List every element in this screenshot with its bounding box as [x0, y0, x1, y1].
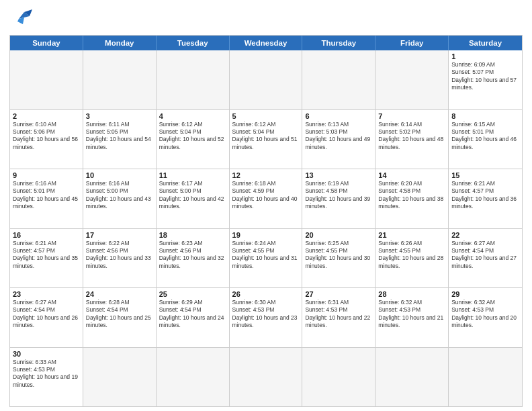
calendar: SundayMondayTuesdayWednesdayThursdayFrid… — [9, 35, 523, 407]
cell-info: Sunrise: 6:14 AM Sunset: 5:02 PM Dayligh… — [378, 121, 445, 152]
cell-info: Sunrise: 6:15 AM Sunset: 5:01 PM Dayligh… — [451, 121, 519, 152]
day-number: 17 — [86, 231, 153, 239]
calendar-cell-empty-0-3 — [230, 50, 303, 109]
day-number: 5 — [232, 112, 300, 120]
cell-info: Sunrise: 6:29 AM Sunset: 4:54 PM Dayligh… — [159, 299, 226, 330]
calendar-cell-12: 12Sunrise: 6:18 AM Sunset: 4:59 PM Dayli… — [230, 169, 303, 228]
weekday-header-tuesday: Tuesday — [157, 36, 230, 50]
cell-info: Sunrise: 6:25 AM Sunset: 4:55 PM Dayligh… — [305, 240, 372, 271]
calendar-cell-empty-5-1 — [83, 348, 157, 407]
svg-marker-2 — [17, 17, 24, 24]
day-number: 15 — [451, 171, 519, 179]
cell-info: Sunrise: 6:32 AM Sunset: 4:53 PM Dayligh… — [378, 299, 445, 330]
calendar-cell-24: 24Sunrise: 6:28 AM Sunset: 4:54 PM Dayli… — [83, 288, 157, 347]
day-number: 11 — [159, 171, 226, 179]
calendar-row-5: 30Sunrise: 6:33 AM Sunset: 4:53 PM Dayli… — [10, 347, 522, 407]
calendar-cell-30: 30Sunrise: 6:33 AM Sunset: 4:53 PM Dayli… — [10, 348, 83, 407]
calendar-cell-13: 13Sunrise: 6:19 AM Sunset: 4:58 PM Dayli… — [302, 169, 375, 228]
day-number: 10 — [86, 171, 153, 179]
cell-info: Sunrise: 6:11 AM Sunset: 5:05 PM Dayligh… — [86, 121, 153, 152]
day-number: 9 — [13, 171, 80, 179]
cell-info: Sunrise: 6:20 AM Sunset: 4:58 PM Dayligh… — [378, 180, 445, 211]
cell-info: Sunrise: 6:33 AM Sunset: 4:53 PM Dayligh… — [13, 359, 80, 390]
calendar-cell-4: 4Sunrise: 6:12 AM Sunset: 5:04 PM Daylig… — [157, 110, 230, 169]
calendar-cell-empty-0-4 — [302, 50, 375, 109]
day-number: 26 — [232, 290, 300, 298]
day-number: 1 — [451, 52, 519, 60]
cell-info: Sunrise: 6:09 AM Sunset: 5:07 PM Dayligh… — [451, 61, 519, 92]
calendar-cell-empty-5-5 — [375, 348, 449, 407]
day-number: 25 — [159, 290, 226, 298]
calendar-cell-1: 1Sunrise: 6:09 AM Sunset: 5:07 PM Daylig… — [449, 50, 522, 109]
day-number: 2 — [13, 112, 80, 120]
day-number: 13 — [305, 171, 372, 179]
weekday-header-sunday: Sunday — [10, 36, 83, 50]
calendar-cell-21: 21Sunrise: 6:26 AM Sunset: 4:55 PM Dayli… — [375, 229, 449, 288]
calendar-cell-27: 27Sunrise: 6:31 AM Sunset: 4:53 PM Dayli… — [302, 288, 375, 347]
cell-info: Sunrise: 6:18 AM Sunset: 4:59 PM Dayligh… — [232, 180, 300, 211]
day-number: 4 — [159, 112, 226, 120]
logo-icon — [9, 7, 39, 31]
cell-info: Sunrise: 6:27 AM Sunset: 4:54 PM Dayligh… — [451, 240, 519, 271]
calendar-cell-empty-5-2 — [157, 348, 230, 407]
calendar-cell-29: 29Sunrise: 6:32 AM Sunset: 4:53 PM Dayli… — [449, 288, 522, 347]
day-number: 8 — [451, 112, 519, 120]
calendar-cell-empty-0-1 — [83, 50, 157, 109]
calendar-row-4: 23Sunrise: 6:27 AM Sunset: 4:54 PM Dayli… — [10, 287, 522, 347]
day-number: 23 — [13, 290, 80, 298]
day-number: 12 — [232, 171, 300, 179]
day-number: 16 — [13, 231, 80, 239]
weekday-header-wednesday: Wednesday — [230, 36, 303, 50]
weekday-header-friday: Friday — [375, 36, 449, 50]
day-number: 27 — [305, 290, 372, 298]
weekday-header-saturday: Saturday — [449, 36, 522, 50]
cell-info: Sunrise: 6:16 AM Sunset: 5:00 PM Dayligh… — [86, 180, 153, 211]
calendar-cell-16: 16Sunrise: 6:21 AM Sunset: 4:57 PM Dayli… — [10, 229, 83, 288]
calendar-cell-23: 23Sunrise: 6:27 AM Sunset: 4:54 PM Dayli… — [10, 288, 83, 347]
calendar-row-0: 1Sunrise: 6:09 AM Sunset: 5:07 PM Daylig… — [10, 50, 522, 109]
cell-info: Sunrise: 6:22 AM Sunset: 4:56 PM Dayligh… — [86, 240, 153, 271]
weekday-header-monday: Monday — [83, 36, 157, 50]
calendar-cell-empty-0-2 — [157, 50, 230, 109]
calendar-cell-14: 14Sunrise: 6:20 AM Sunset: 4:58 PM Dayli… — [375, 169, 449, 228]
cell-info: Sunrise: 6:26 AM Sunset: 4:55 PM Dayligh… — [378, 240, 445, 271]
day-number: 7 — [378, 112, 445, 120]
day-number: 6 — [305, 112, 372, 120]
cell-info: Sunrise: 6:10 AM Sunset: 5:06 PM Dayligh… — [13, 121, 80, 152]
cell-info: Sunrise: 6:31 AM Sunset: 4:53 PM Dayligh… — [305, 299, 372, 330]
page: SundayMondayTuesdayWednesdayThursdayFrid… — [0, 0, 532, 411]
calendar-cell-6: 6Sunrise: 6:13 AM Sunset: 5:03 PM Daylig… — [302, 110, 375, 169]
calendar-cell-9: 9Sunrise: 6:16 AM Sunset: 5:01 PM Daylig… — [10, 169, 83, 228]
calendar-cell-3: 3Sunrise: 6:11 AM Sunset: 5:05 PM Daylig… — [83, 110, 157, 169]
cell-info: Sunrise: 6:32 AM Sunset: 4:53 PM Dayligh… — [451, 299, 519, 330]
cell-info: Sunrise: 6:28 AM Sunset: 4:54 PM Dayligh… — [86, 299, 153, 330]
day-number: 24 — [86, 290, 153, 298]
calendar-cell-28: 28Sunrise: 6:32 AM Sunset: 4:53 PM Dayli… — [375, 288, 449, 347]
day-number: 19 — [232, 231, 300, 239]
cell-info: Sunrise: 6:12 AM Sunset: 5:04 PM Dayligh… — [159, 121, 226, 152]
calendar-cell-10: 10Sunrise: 6:16 AM Sunset: 5:00 PM Dayli… — [83, 169, 157, 228]
calendar-cell-8: 8Sunrise: 6:15 AM Sunset: 5:01 PM Daylig… — [449, 110, 522, 169]
calendar-cell-empty-5-6 — [449, 348, 522, 407]
cell-info: Sunrise: 6:21 AM Sunset: 4:57 PM Dayligh… — [13, 240, 80, 271]
day-number: 29 — [451, 290, 519, 298]
calendar-cell-11: 11Sunrise: 6:17 AM Sunset: 5:00 PM Dayli… — [157, 169, 230, 228]
calendar-cell-15: 15Sunrise: 6:21 AM Sunset: 4:57 PM Dayli… — [449, 169, 522, 228]
calendar-row-1: 2Sunrise: 6:10 AM Sunset: 5:06 PM Daylig… — [10, 109, 522, 169]
day-number: 3 — [86, 112, 153, 120]
calendar-cell-5: 5Sunrise: 6:12 AM Sunset: 5:04 PM Daylig… — [230, 110, 303, 169]
cell-info: Sunrise: 6:21 AM Sunset: 4:57 PM Dayligh… — [451, 180, 519, 211]
calendar-cell-18: 18Sunrise: 6:23 AM Sunset: 4:56 PM Dayli… — [157, 229, 230, 288]
calendar-cell-empty-0-5 — [375, 50, 449, 109]
cell-info: Sunrise: 6:23 AM Sunset: 4:56 PM Dayligh… — [159, 240, 226, 271]
calendar-cell-empty-0-0 — [10, 50, 83, 109]
calendar-row-2: 9Sunrise: 6:16 AM Sunset: 5:01 PM Daylig… — [10, 169, 522, 228]
calendar-cell-2: 2Sunrise: 6:10 AM Sunset: 5:06 PM Daylig… — [10, 110, 83, 169]
cell-info: Sunrise: 6:13 AM Sunset: 5:03 PM Dayligh… — [305, 121, 372, 152]
day-number: 22 — [451, 231, 519, 239]
calendar-header: SundayMondayTuesdayWednesdayThursdayFrid… — [10, 36, 522, 50]
cell-info: Sunrise: 6:19 AM Sunset: 4:58 PM Dayligh… — [305, 180, 372, 211]
day-number: 21 — [378, 231, 445, 239]
calendar-cell-empty-5-3 — [230, 348, 303, 407]
cell-info: Sunrise: 6:12 AM Sunset: 5:04 PM Dayligh… — [232, 121, 300, 152]
